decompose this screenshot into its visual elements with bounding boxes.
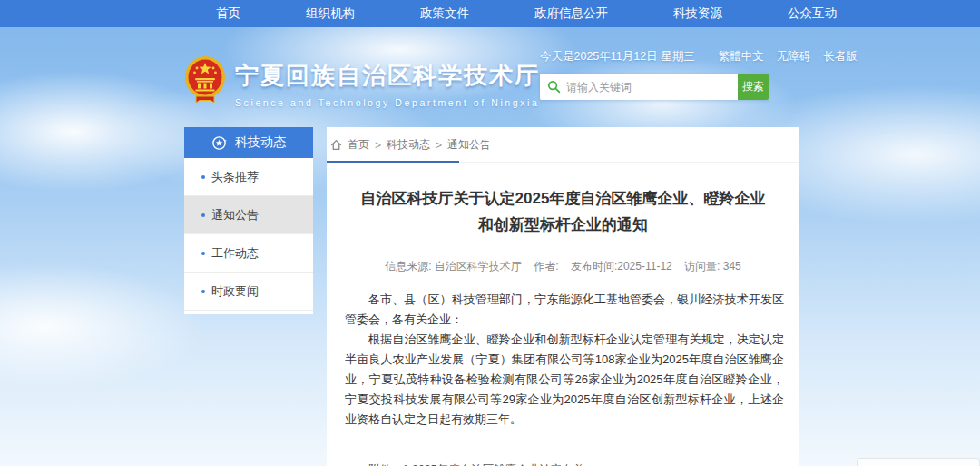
national-emblem-logo (184, 55, 226, 107)
sidebar: 科技动态 头条推荐 通知公告 工作动态 时政要闻 (184, 127, 313, 314)
meta-source: 信息来源: 自治区科学技术厅 (385, 260, 522, 273)
sidebar-item-headlines[interactable]: 头条推荐 (184, 158, 313, 196)
breadcrumb-divider (327, 161, 799, 163)
sidebar-title: 科技动态 (235, 134, 286, 151)
top-nav: 首页 组织机构 政策文件 政府信息公开 科技资源 公众互动 (0, 0, 980, 27)
sidebar-header: 科技动态 (184, 127, 313, 158)
site-title: 宁夏回族自治区科学技术厅 (235, 60, 540, 92)
site-header: 宁夏回族自治区科学技术厅 Science and Technology Depa… (184, 27, 799, 127)
breadcrumb-separator: > (436, 139, 442, 152)
bullet-dot (201, 175, 205, 179)
home-icon (330, 139, 342, 151)
nav-item-home[interactable]: 首页 (216, 5, 240, 22)
elder-version-link[interactable]: 长者版 (823, 49, 858, 64)
sidebar-item-label: 工作动态 (211, 245, 259, 262)
search-button[interactable]: 搜索 (738, 74, 769, 100)
breadcrumb: 首页 > 科技动态 > 通知公告 (327, 127, 799, 161)
meta-publish-date: 发布时间:2025-11-12 (571, 260, 672, 273)
attachment-link-1[interactable]: 1.2025年度自治区雏鹰企业认定名单 (403, 460, 619, 466)
sidebar-item-work-trends[interactable]: 工作动态 (184, 234, 313, 273)
search-icon (547, 80, 561, 94)
site-subtitle: Science and Technology Department of Nin… (235, 97, 540, 108)
article-panel: 首页 > 科技动态 > 通知公告 自治区科技厅关于认定2025年度自治区雏鹰企业… (327, 127, 799, 466)
search-bar: 搜索 (540, 74, 769, 100)
breadcrumb-sci-trends[interactable]: 科技动态 (387, 137, 430, 153)
search-input[interactable] (566, 81, 730, 94)
article-paragraph: 各市、县（区）科技管理部门，宁东能源化工基地管委会，银川经济技术开发区管委会，各… (345, 290, 784, 330)
nav-item-sci-resources[interactable]: 科技资源 (673, 5, 722, 22)
bullet-dot (201, 252, 205, 255)
nav-item-gov-info[interactable]: 政府信息公开 (534, 5, 608, 22)
attachments: 附件： 1.2025年度自治区雏鹰企业认定名单 2.2025年度自治区瞪羚企业认… (327, 460, 799, 466)
attachments-label: 附件： (368, 460, 403, 466)
breadcrumb-notices[interactable]: 通知公告 (447, 137, 491, 153)
bullet-dot (201, 290, 205, 293)
bullet-dot (201, 213, 205, 217)
meta-views: 访问量: 345 (684, 260, 741, 273)
sky-background: 宁夏回族自治区科学技术厅 Science and Technology Depa… (0, 27, 980, 466)
breadcrumb-separator: > (375, 139, 381, 152)
article-title: 自治区科技厅关于认定2025年度自治区雏鹰企业、瞪羚企业 和创新型标杆企业的通知 (327, 185, 799, 238)
sidebar-item-notices[interactable]: 通知公告 (184, 196, 313, 234)
sidebar-item-current-politics[interactable]: 时政要闻 (184, 273, 313, 311)
floating-widget (857, 458, 980, 466)
nav-item-public-interaction[interactable]: 公众互动 (788, 5, 837, 22)
article-body: 各市、县（区）科技管理部门，宁东能源化工基地管委会，银川经济技术开发区管委会，各… (327, 290, 799, 430)
article-meta: 信息来源: 自治区科学技术厅 作者: 发布时间:2025-11-12 访问量: … (327, 259, 799, 274)
content-area: 科技动态 头条推荐 通知公告 工作动态 时政要闻 (184, 127, 799, 466)
nav-item-policy[interactable]: 政策文件 (420, 5, 469, 22)
meta-author: 作者: (534, 260, 558, 273)
sidebar-item-label: 时政要闻 (211, 283, 259, 300)
article-paragraph: 根据自治区雏鹰企业、瞪羚企业和创新型标杆企业认定管理有关规定，决定认定半亩良人农… (345, 330, 784, 430)
nav-item-organization[interactable]: 组织机构 (306, 5, 355, 22)
lang-traditional-chinese-link[interactable]: 繁體中文 (719, 49, 764, 64)
sidebar-item-label: 头条推荐 (211, 169, 259, 185)
header-utilities: 今天是2025年11月12日 星期三 繁體中文 无障碍 长者版 搜索 (540, 49, 858, 127)
star-circle-icon (211, 135, 227, 151)
sidebar-item-label: 通知公告 (211, 207, 259, 223)
breadcrumb-home[interactable]: 首页 (348, 137, 369, 153)
accessibility-link[interactable]: 无障碍 (777, 49, 811, 64)
site-brand[interactable]: 宁夏回族自治区科学技术厅 Science and Technology Depa… (184, 55, 540, 127)
current-date: 今天是2025年11月12日 星期三 (540, 49, 695, 64)
